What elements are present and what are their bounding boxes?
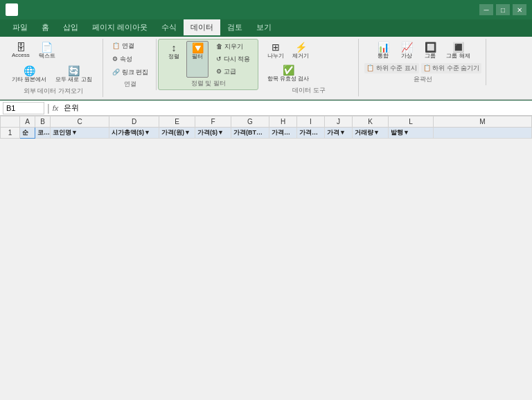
text-button[interactable]: 📄 텍스트	[35, 40, 59, 62]
col-header-H[interactable]: H	[269, 116, 297, 128]
ribbon-group-connections: 📋 연결 ⚙ 속성 🔗 링크 편집 연결	[105, 39, 157, 90]
reapply-button[interactable]: ↺ 다시 적용	[213, 53, 254, 65]
ribbon-group-sort-filter: ↕ 정렬 🔽 필터 🗑 지우기 ↺ 다시 적용 ⚙ 고급 정렬 및 필터	[158, 39, 258, 90]
cell-M1[interactable]	[434, 128, 532, 139]
connections-button[interactable]: 📋 연결	[109, 40, 152, 52]
refresh-button[interactable]: 🔄 모두 새로 고침	[52, 64, 95, 85]
app-icon	[6, 3, 18, 16]
ribbon-content: 🗄 Access 📄 텍스트 🌐 기타 원본에서 🔄 모두 새로 고침 외부 데…	[0, 37, 532, 100]
cell-A1[interactable]: 순	[20, 128, 35, 139]
spreadsheet-container: A B C D E F G H I J K L M 1 순	[0, 116, 532, 400]
col-header-F[interactable]: F	[195, 116, 231, 128]
formula-input[interactable]	[61, 104, 529, 112]
cell-reference-input[interactable]	[3, 102, 44, 114]
hide-detail-btn[interactable]: 📋 하위 수준 숨기기	[421, 63, 482, 73]
fx-label: fx	[53, 104, 59, 112]
cell-G1[interactable]: 가격(BTC)▼	[231, 128, 269, 139]
group-datatools-label: 데이터 도구	[292, 85, 326, 95]
tab-pagelayout[interactable]: 페이지 레이아웃	[85, 19, 154, 37]
consolidate-button[interactable]: 📊 통합	[372, 40, 394, 62]
col-header-C[interactable]: C	[51, 116, 109, 128]
tab-view[interactable]: 보기	[249, 19, 278, 37]
row-num-1[interactable]: 1	[1, 128, 20, 139]
access-button[interactable]: 🗄 Access	[8, 40, 33, 62]
formula-divider: |	[47, 103, 50, 114]
minimize-button[interactable]: ─	[479, 4, 493, 15]
tab-home[interactable]: 홈	[35, 19, 56, 37]
clear-button[interactable]: 🗑 지우기	[213, 41, 254, 53]
cell-E1[interactable]: 가격(원)▼	[159, 128, 195, 139]
ribbon-tabs: 파일 홈 삽입 페이지 레이아웃 수식 데이터 검토 보기	[0, 19, 532, 37]
sheet-area: A B C D E F G H I J K L M 1 순	[0, 116, 532, 400]
corner-cell	[1, 116, 20, 128]
group-sort-label: 정렬 및 필터	[191, 78, 226, 88]
show-detail-btn[interactable]: 📋 하위 수준 표시	[364, 63, 419, 73]
ribbon-group-datatools: ⊞ 나누기 ⚡ 제거기 ✅ 항목 유효성 검사 데이터 도구	[260, 39, 359, 96]
col-header-G[interactable]: G	[231, 116, 269, 128]
properties-button[interactable]: ⚙ 속성	[109, 53, 152, 65]
cell-F1[interactable]: 가격($)▼	[195, 128, 231, 139]
cell-L1[interactable]: 발행▼	[389, 128, 434, 139]
group-connections-label: 연결	[124, 78, 136, 89]
col-header-J[interactable]: J	[325, 116, 353, 128]
group-external-label: 외부 데이터 가져오기	[24, 85, 83, 96]
spreadsheet-grid: A B C D E F G H I J K L M 1 순	[0, 116, 532, 139]
col-header-D[interactable]: D	[109, 116, 159, 128]
col-header-L[interactable]: L	[389, 116, 434, 128]
close-button[interactable]: ✕	[513, 4, 526, 15]
formula-bar: | fx	[0, 101, 532, 116]
group-button[interactable]: 🔲 그룹	[419, 40, 441, 62]
whatif-button[interactable]: 📈 가상	[396, 40, 418, 62]
cell-B1[interactable]: 코▼	[35, 128, 51, 139]
tab-file[interactable]: 파일	[6, 19, 35, 37]
filter-button[interactable]: 🔽 필터	[186, 41, 209, 78]
col-header-M[interactable]: M	[434, 116, 532, 128]
validation-button[interactable]: ✅ 항목 유효성 검사	[264, 63, 312, 85]
col-header-A[interactable]: A	[20, 116, 35, 128]
sort-button[interactable]: ↕ 정렬	[163, 41, 185, 78]
cell-J1[interactable]: 가격▼	[325, 128, 353, 139]
tab-formula[interactable]: 수식	[154, 19, 184, 37]
other-source-button[interactable]: 🌐 기타 원본에서	[8, 64, 50, 85]
group-analysis-label: 윤곽선	[414, 73, 432, 84]
title-bar: ─ □ ✕	[0, 0, 532, 19]
remove-dupes-button[interactable]: ⚡ 제거기	[289, 40, 312, 62]
text-to-columns-button[interactable]: ⊞ 나누기	[264, 40, 287, 62]
cell-D1[interactable]: 시가총액($)▼	[109, 128, 159, 139]
header-row: 1 순 코▼ 코인명▼ 시가총액($)▼ 가격(원)▼ 가격($)▼ 가격(BT…	[1, 128, 532, 139]
tab-review[interactable]: 검토	[220, 19, 249, 37]
ribbon: 파일 홈 삽입 페이지 레이아웃 수식 데이터 검토 보기 🗄 Access 📄…	[0, 19, 532, 101]
tab-data[interactable]: 데이터	[184, 19, 220, 37]
col-header-B[interactable]: B	[35, 116, 51, 128]
col-header-E[interactable]: E	[159, 116, 195, 128]
col-header-I[interactable]: I	[297, 116, 325, 128]
cell-I1[interactable]: 가격변8▼	[297, 128, 325, 139]
advanced-button[interactable]: ⚙ 고급	[213, 66, 254, 78]
ungroup-button[interactable]: 🔳 그룹 해제	[443, 40, 473, 62]
cell-C1[interactable]: 코인명▼	[51, 128, 109, 139]
cell-K1[interactable]: 거래량▼	[353, 128, 389, 139]
edit-links-button[interactable]: 🔗 링크 편집	[109, 67, 152, 78]
cell-H1[interactable]: 가격변▼	[269, 128, 297, 139]
col-header-K[interactable]: K	[353, 116, 389, 128]
tab-insert[interactable]: 삽입	[56, 19, 85, 37]
ribbon-group-analysis: 📊 통합 📈 가상 🔲 그룹 🔳 그룹 해제 📋 하위 수준 표시	[360, 39, 486, 85]
maximize-button[interactable]: □	[496, 4, 510, 15]
ribbon-group-external: 🗄 Access 📄 텍스트 🌐 기타 원본에서 🔄 모두 새로 고침 외부 데…	[4, 39, 103, 97]
